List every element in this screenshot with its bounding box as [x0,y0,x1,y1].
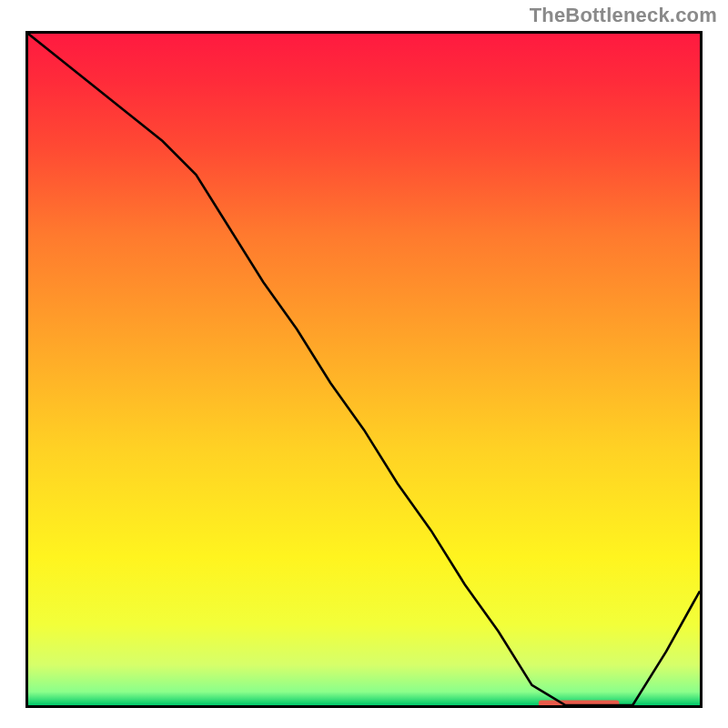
line-chart [25,31,703,708]
attribution-label: TheBottleneck.com [530,4,717,27]
gradient-background [28,34,700,705]
chart-container: TheBottleneck.com [0,0,728,728]
plot-area [25,31,703,708]
